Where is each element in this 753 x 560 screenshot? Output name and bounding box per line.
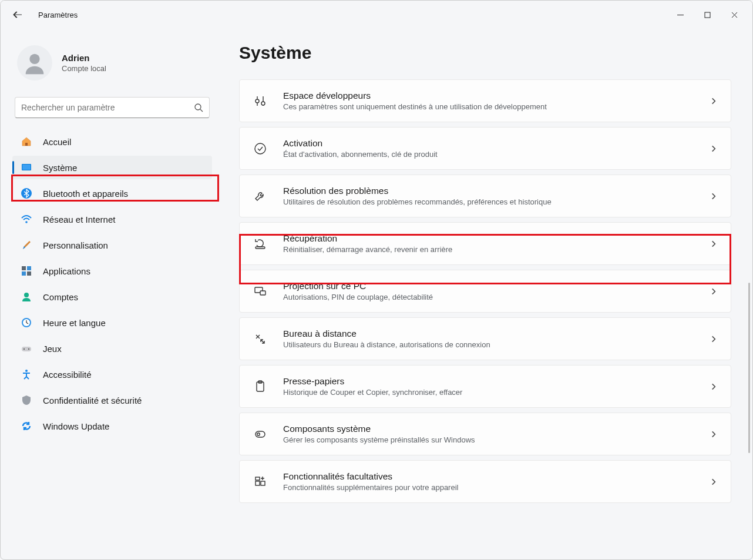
svg-rect-28	[261, 481, 265, 485]
card-title: Fonctionnalités facultatives	[283, 471, 694, 482]
svg-rect-9	[27, 266, 31, 270]
nav-item-heure[interactable]: Heure et langue	[12, 311, 212, 334]
card-developpeurs[interactable]: Espace développeurs Ces paramètres sont …	[239, 79, 731, 122]
card-title: Récupération	[283, 233, 694, 244]
sidebar: Adrien Compte local Accueil Système	[1, 29, 218, 559]
svg-rect-5	[22, 165, 31, 170]
nav-item-jeux[interactable]: Jeux	[12, 337, 212, 360]
svg-rect-29	[256, 477, 260, 480]
close-icon	[731, 12, 738, 18]
maximize-button[interactable]	[694, 5, 721, 24]
shield-icon	[21, 394, 32, 406]
home-icon	[21, 136, 32, 147]
card-subtitle: Autorisations, PIN de couplage, détectab…	[283, 293, 694, 301]
card-subtitle: Fonctionnalités supplémentaires pour vot…	[283, 483, 694, 492]
developer-icon	[253, 93, 268, 109]
card-bureau[interactable]: Bureau à distance Utilisateurs du Bureau…	[239, 317, 731, 360]
card-title: Activation	[283, 138, 694, 149]
wifi-icon	[21, 213, 32, 225]
chevron-right-icon	[710, 383, 718, 391]
svg-point-1	[29, 54, 39, 64]
search-box[interactable]	[15, 97, 210, 118]
main-content: Système Espace développeurs Ces paramètr…	[218, 29, 752, 559]
search-input[interactable]	[21, 103, 194, 112]
titlebar: Paramètres	[1, 1, 752, 29]
card-subtitle: Réinitialiser, démarrage avancé, revenir…	[283, 245, 694, 254]
gaming-icon	[21, 343, 32, 354]
nav-label: Comptes	[43, 292, 78, 302]
chevron-right-icon	[710, 430, 718, 438]
svg-rect-0	[705, 12, 710, 18]
nav-item-accessibilite[interactable]: Accessibilité	[12, 363, 212, 386]
wrench-icon	[253, 189, 268, 204]
svg-point-12	[24, 293, 29, 297]
page-title: Système	[239, 43, 731, 63]
window-controls	[667, 5, 748, 24]
chevron-right-icon	[710, 335, 718, 343]
back-button[interactable]	[5, 3, 29, 26]
apps-icon	[21, 265, 32, 277]
card-title: Espace développeurs	[283, 90, 694, 101]
nav-label: Système	[43, 163, 77, 173]
card-title: Bureau à distance	[283, 328, 694, 339]
chevron-right-icon	[710, 97, 718, 105]
card-subtitle: Utilisateurs du Bureau à distance, autor…	[283, 340, 694, 349]
card-subtitle: Ces paramètres sont uniquement destinés …	[283, 102, 694, 111]
nav-list: Accueil Système Bluetooth et appareils R…	[12, 130, 212, 438]
window-title: Paramètres	[38, 11, 78, 19]
nav-label: Réseau et Internet	[43, 214, 115, 224]
check-circle-icon	[253, 141, 268, 156]
card-composants[interactable]: Composants système Gérer les composants …	[239, 413, 731, 455]
nav-label: Confidentialité et sécurité	[43, 395, 142, 405]
chevron-right-icon	[710, 192, 718, 200]
optional-features-icon	[253, 474, 268, 489]
svg-point-16	[23, 348, 25, 350]
search-icon	[194, 103, 203, 112]
nav-label: Bluetooth et appareils	[43, 189, 128, 199]
nav-item-confidentialite[interactable]: Confidentialité et sécurité	[12, 388, 212, 412]
nav-item-comptes[interactable]: Comptes	[12, 285, 212, 308]
close-button[interactable]	[721, 5, 748, 24]
account-icon	[21, 291, 32, 303]
svg-rect-27	[256, 481, 260, 485]
card-title: Presse-papiers	[283, 376, 694, 387]
minimize-button[interactable]	[667, 5, 694, 24]
nav-item-bluetooth[interactable]: Bluetooth et appareils	[12, 182, 212, 205]
update-icon	[21, 420, 32, 432]
card-subtitle: Historique de Couper et Copier, synchron…	[283, 388, 694, 397]
svg-rect-15	[22, 347, 31, 351]
card-activation[interactable]: Activation État d'activation, abonnement…	[239, 127, 731, 170]
nav-label: Accessibilité	[43, 370, 92, 380]
bluetooth-icon	[21, 187, 32, 199]
svg-point-26	[257, 432, 260, 435]
card-subtitle: Gérer les composants système préinstallé…	[283, 435, 694, 444]
nav-item-update[interactable]: Windows Update	[12, 414, 212, 438]
nav-item-systeme[interactable]: Système	[12, 156, 212, 179]
svg-rect-8	[22, 266, 26, 270]
svg-point-7	[25, 221, 28, 223]
card-resolution[interactable]: Résolution des problèmes Utilitaires de …	[239, 175, 731, 217]
nav-item-reseau[interactable]: Réseau et Internet	[12, 207, 212, 231]
card-recuperation[interactable]: Récupération Réinitialiser, démarrage av…	[239, 222, 731, 265]
chevron-right-icon	[710, 478, 718, 486]
svg-rect-22	[260, 291, 265, 295]
recovery-icon	[253, 236, 268, 252]
card-presse[interactable]: Presse-papiers Historique de Couper et C…	[239, 365, 731, 408]
svg-point-19	[255, 143, 265, 154]
projection-icon	[253, 284, 268, 299]
nav-label: Windows Update	[43, 421, 109, 431]
nav-label: Heure et langue	[43, 318, 106, 328]
nav-label: Accueil	[43, 137, 71, 147]
card-fonctionnalites[interactable]: Fonctionnalités facultatives Fonctionnal…	[239, 460, 731, 503]
svg-rect-3	[25, 143, 28, 146]
user-block[interactable]: Adrien Compte local	[12, 41, 212, 92]
scrollbar[interactable]	[748, 283, 750, 453]
maximize-icon	[704, 12, 711, 18]
svg-rect-10	[22, 271, 26, 276]
nav-item-applications[interactable]: Applications	[12, 259, 212, 283]
system-icon	[21, 162, 32, 173]
card-projection[interactable]: Projection sur ce PC Autorisations, PIN …	[239, 270, 731, 313]
nav-label: Personnalisation	[43, 240, 108, 250]
nav-item-accueil[interactable]: Accueil	[12, 130, 212, 153]
nav-item-personnalisation[interactable]: Personnalisation	[12, 233, 212, 257]
